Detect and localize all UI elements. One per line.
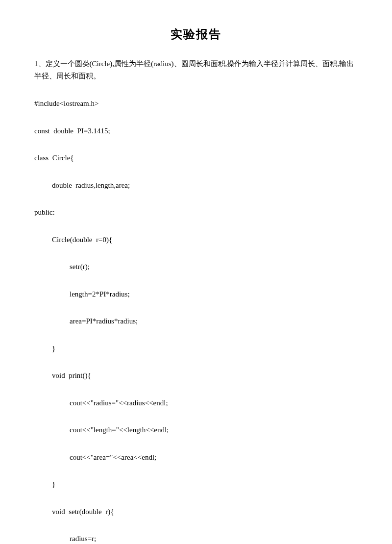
code-line: length=2*PI*radius; (34, 288, 358, 301)
code-line: radius=r; (34, 532, 358, 544)
code-line: void print(){ (34, 369, 358, 383)
code-line: area=PI*radius*radius; (34, 315, 358, 328)
code-line: cout<<"length="<<length<<endl; (34, 423, 358, 437)
code-line: cout<<"area="<<area<<endl; (34, 451, 358, 465)
code-line: double radius,length,area; (34, 179, 358, 193)
code-line: cout<<"radius="<<radius<<endl; (34, 396, 358, 410)
code-line: #include<iostream.h> (34, 97, 358, 111)
code-line: public: (34, 206, 358, 220)
code-line: void setr(double r){ (34, 505, 358, 519)
code-line: } (34, 342, 358, 356)
code-line: } (34, 478, 358, 492)
page-title: 实验报告 (34, 24, 358, 46)
code-line: const double PI=3.1415; (34, 124, 358, 138)
problem-1-text: 1、定义一个圆类(Circle),属性为半径(radius)、圆周长和面积,操作… (34, 58, 358, 83)
code-block-1: #include<iostream.h> const double PI=3.1… (34, 84, 358, 544)
code-line: Circle(double r=0){ (34, 233, 358, 247)
code-line: class Circle{ (34, 151, 358, 165)
code-line: setr(r); (34, 260, 358, 274)
